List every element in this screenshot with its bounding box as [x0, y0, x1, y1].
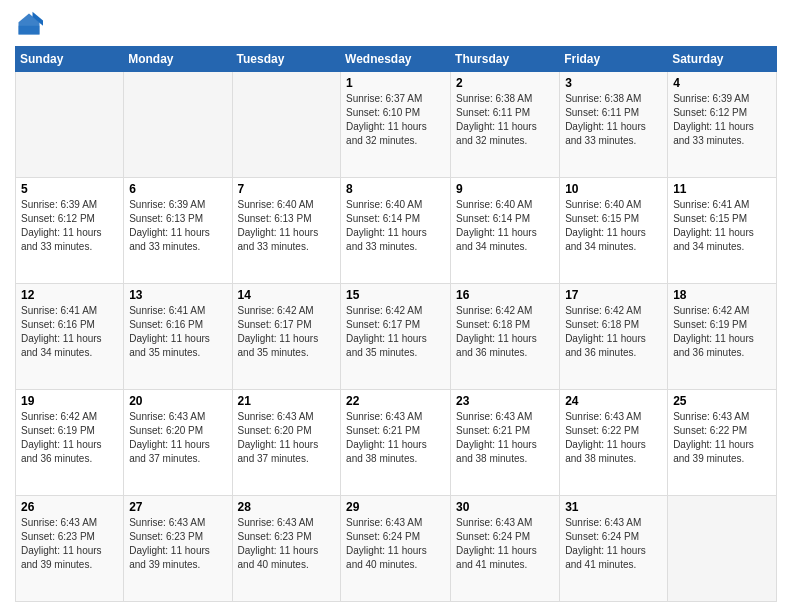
day-info: Sunrise: 6:43 AM Sunset: 6:24 PM Dayligh… [456, 516, 554, 572]
day-info: Sunrise: 6:42 AM Sunset: 6:17 PM Dayligh… [346, 304, 445, 360]
day-number: 15 [346, 288, 445, 302]
logo-icon [15, 10, 43, 38]
day-info: Sunrise: 6:40 AM Sunset: 6:15 PM Dayligh… [565, 198, 662, 254]
day-info: Sunrise: 6:43 AM Sunset: 6:20 PM Dayligh… [238, 410, 336, 466]
calendar-day-23: 23Sunrise: 6:43 AM Sunset: 6:21 PM Dayli… [451, 390, 560, 496]
day-info: Sunrise: 6:43 AM Sunset: 6:22 PM Dayligh… [565, 410, 662, 466]
day-number: 29 [346, 500, 445, 514]
day-number: 23 [456, 394, 554, 408]
calendar-day-24: 24Sunrise: 6:43 AM Sunset: 6:22 PM Dayli… [560, 390, 668, 496]
day-number: 19 [21, 394, 118, 408]
day-info: Sunrise: 6:40 AM Sunset: 6:13 PM Dayligh… [238, 198, 336, 254]
calendar-empty-cell [668, 496, 777, 602]
day-number: 4 [673, 76, 771, 90]
header [15, 10, 777, 38]
day-number: 8 [346, 182, 445, 196]
day-info: Sunrise: 6:43 AM Sunset: 6:20 PM Dayligh… [129, 410, 226, 466]
day-info: Sunrise: 6:38 AM Sunset: 6:11 PM Dayligh… [565, 92, 662, 148]
day-info: Sunrise: 6:42 AM Sunset: 6:18 PM Dayligh… [456, 304, 554, 360]
day-info: Sunrise: 6:43 AM Sunset: 6:22 PM Dayligh… [673, 410, 771, 466]
day-info: Sunrise: 6:41 AM Sunset: 6:15 PM Dayligh… [673, 198, 771, 254]
day-info: Sunrise: 6:38 AM Sunset: 6:11 PM Dayligh… [456, 92, 554, 148]
calendar-day-12: 12Sunrise: 6:41 AM Sunset: 6:16 PM Dayli… [16, 284, 124, 390]
day-number: 6 [129, 182, 226, 196]
day-info: Sunrise: 6:42 AM Sunset: 6:19 PM Dayligh… [673, 304, 771, 360]
calendar-weekday-sunday: Sunday [16, 47, 124, 72]
day-number: 7 [238, 182, 336, 196]
day-info: Sunrise: 6:42 AM Sunset: 6:17 PM Dayligh… [238, 304, 336, 360]
day-number: 31 [565, 500, 662, 514]
calendar-day-16: 16Sunrise: 6:42 AM Sunset: 6:18 PM Dayli… [451, 284, 560, 390]
day-number: 26 [21, 500, 118, 514]
calendar-day-20: 20Sunrise: 6:43 AM Sunset: 6:20 PM Dayli… [124, 390, 232, 496]
day-number: 20 [129, 394, 226, 408]
day-info: Sunrise: 6:40 AM Sunset: 6:14 PM Dayligh… [456, 198, 554, 254]
calendar-day-6: 6Sunrise: 6:39 AM Sunset: 6:13 PM Daylig… [124, 178, 232, 284]
day-number: 24 [565, 394, 662, 408]
day-info: Sunrise: 6:41 AM Sunset: 6:16 PM Dayligh… [129, 304, 226, 360]
day-info: Sunrise: 6:41 AM Sunset: 6:16 PM Dayligh… [21, 304, 118, 360]
calendar-day-5: 5Sunrise: 6:39 AM Sunset: 6:12 PM Daylig… [16, 178, 124, 284]
calendar-day-8: 8Sunrise: 6:40 AM Sunset: 6:14 PM Daylig… [341, 178, 451, 284]
calendar-week-row: 26Sunrise: 6:43 AM Sunset: 6:23 PM Dayli… [16, 496, 777, 602]
day-number: 9 [456, 182, 554, 196]
calendar-day-1: 1Sunrise: 6:37 AM Sunset: 6:10 PM Daylig… [341, 72, 451, 178]
day-number: 21 [238, 394, 336, 408]
calendar-day-21: 21Sunrise: 6:43 AM Sunset: 6:20 PM Dayli… [232, 390, 341, 496]
day-number: 10 [565, 182, 662, 196]
day-number: 1 [346, 76, 445, 90]
calendar-day-19: 19Sunrise: 6:42 AM Sunset: 6:19 PM Dayli… [16, 390, 124, 496]
day-number: 18 [673, 288, 771, 302]
calendar-week-row: 12Sunrise: 6:41 AM Sunset: 6:16 PM Dayli… [16, 284, 777, 390]
calendar-week-row: 1Sunrise: 6:37 AM Sunset: 6:10 PM Daylig… [16, 72, 777, 178]
day-info: Sunrise: 6:42 AM Sunset: 6:18 PM Dayligh… [565, 304, 662, 360]
day-number: 5 [21, 182, 118, 196]
calendar-day-14: 14Sunrise: 6:42 AM Sunset: 6:17 PM Dayli… [232, 284, 341, 390]
calendar-empty-cell [124, 72, 232, 178]
calendar-day-31: 31Sunrise: 6:43 AM Sunset: 6:24 PM Dayli… [560, 496, 668, 602]
calendar-weekday-tuesday: Tuesday [232, 47, 341, 72]
calendar-weekday-saturday: Saturday [668, 47, 777, 72]
logo [15, 10, 47, 38]
calendar-weekday-thursday: Thursday [451, 47, 560, 72]
day-number: 28 [238, 500, 336, 514]
calendar-day-9: 9Sunrise: 6:40 AM Sunset: 6:14 PM Daylig… [451, 178, 560, 284]
day-info: Sunrise: 6:40 AM Sunset: 6:14 PM Dayligh… [346, 198, 445, 254]
calendar-week-row: 5Sunrise: 6:39 AM Sunset: 6:12 PM Daylig… [16, 178, 777, 284]
calendar-week-row: 19Sunrise: 6:42 AM Sunset: 6:19 PM Dayli… [16, 390, 777, 496]
day-number: 27 [129, 500, 226, 514]
day-number: 30 [456, 500, 554, 514]
day-info: Sunrise: 6:42 AM Sunset: 6:19 PM Dayligh… [21, 410, 118, 466]
day-info: Sunrise: 6:39 AM Sunset: 6:12 PM Dayligh… [21, 198, 118, 254]
day-number: 11 [673, 182, 771, 196]
day-info: Sunrise: 6:39 AM Sunset: 6:13 PM Dayligh… [129, 198, 226, 254]
day-number: 3 [565, 76, 662, 90]
calendar-day-29: 29Sunrise: 6:43 AM Sunset: 6:24 PM Dayli… [341, 496, 451, 602]
day-number: 25 [673, 394, 771, 408]
day-info: Sunrise: 6:39 AM Sunset: 6:12 PM Dayligh… [673, 92, 771, 148]
day-number: 22 [346, 394, 445, 408]
calendar-day-22: 22Sunrise: 6:43 AM Sunset: 6:21 PM Dayli… [341, 390, 451, 496]
svg-rect-2 [19, 26, 40, 35]
day-number: 12 [21, 288, 118, 302]
day-info: Sunrise: 6:43 AM Sunset: 6:24 PM Dayligh… [346, 516, 445, 572]
calendar-weekday-wednesday: Wednesday [341, 47, 451, 72]
calendar-day-17: 17Sunrise: 6:42 AM Sunset: 6:18 PM Dayli… [560, 284, 668, 390]
day-info: Sunrise: 6:43 AM Sunset: 6:21 PM Dayligh… [346, 410, 445, 466]
calendar-day-10: 10Sunrise: 6:40 AM Sunset: 6:15 PM Dayli… [560, 178, 668, 284]
calendar-table: SundayMondayTuesdayWednesdayThursdayFrid… [15, 46, 777, 602]
calendar-empty-cell [232, 72, 341, 178]
day-number: 16 [456, 288, 554, 302]
calendar-day-18: 18Sunrise: 6:42 AM Sunset: 6:19 PM Dayli… [668, 284, 777, 390]
day-info: Sunrise: 6:43 AM Sunset: 6:23 PM Dayligh… [129, 516, 226, 572]
day-info: Sunrise: 6:37 AM Sunset: 6:10 PM Dayligh… [346, 92, 445, 148]
day-number: 14 [238, 288, 336, 302]
calendar-day-11: 11Sunrise: 6:41 AM Sunset: 6:15 PM Dayli… [668, 178, 777, 284]
day-number: 13 [129, 288, 226, 302]
calendar-day-15: 15Sunrise: 6:42 AM Sunset: 6:17 PM Dayli… [341, 284, 451, 390]
day-info: Sunrise: 6:43 AM Sunset: 6:21 PM Dayligh… [456, 410, 554, 466]
calendar-day-28: 28Sunrise: 6:43 AM Sunset: 6:23 PM Dayli… [232, 496, 341, 602]
calendar-day-13: 13Sunrise: 6:41 AM Sunset: 6:16 PM Dayli… [124, 284, 232, 390]
calendar-day-30: 30Sunrise: 6:43 AM Sunset: 6:24 PM Dayli… [451, 496, 560, 602]
calendar-empty-cell [16, 72, 124, 178]
